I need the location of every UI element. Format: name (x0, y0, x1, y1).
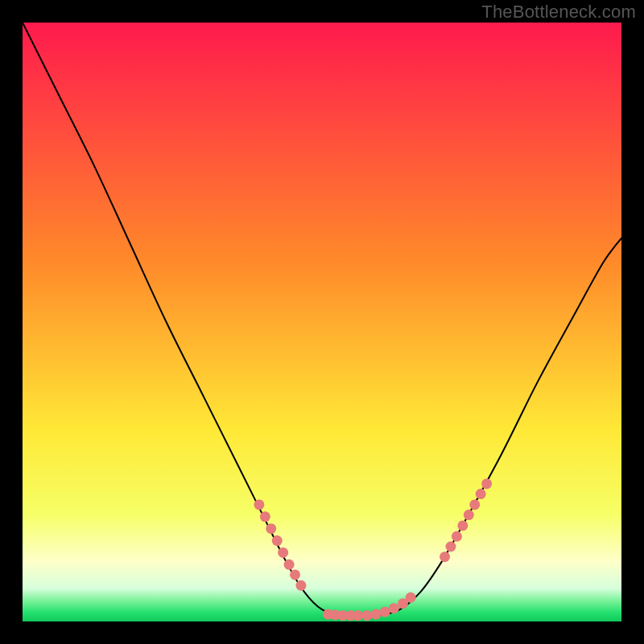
highlight-dot (278, 547, 288, 558)
highlight-dot (464, 510, 474, 520)
highlight-dot (290, 569, 300, 580)
highlight-dot (452, 531, 462, 542)
highlight-dot (389, 603, 399, 613)
highlight-dot (284, 559, 295, 570)
chart-canvas (23, 23, 621, 621)
chart-svg (23, 23, 621, 621)
highlight-dot (272, 535, 283, 546)
highlight-dot (266, 523, 276, 534)
highlight-dot (260, 511, 270, 522)
chart-frame: TheBottleneck.com (0, 0, 644, 644)
highlight-dot (370, 609, 381, 620)
highlight-dot (295, 580, 306, 591)
highlight-dot (380, 607, 390, 617)
highlight-dot (254, 499, 264, 510)
highlight-dot (361, 610, 372, 621)
highlight-dot (406, 592, 416, 603)
highlight-dot (481, 478, 492, 489)
highlight-dot (457, 520, 468, 530)
watermark-text: TheBottleneck.com (481, 2, 636, 23)
highlight-dot (440, 551, 450, 562)
gradient-background (23, 23, 621, 621)
highlight-dot (476, 489, 486, 499)
highlight-dot (353, 610, 363, 621)
highlight-dot (445, 542, 456, 552)
highlight-dot (469, 499, 480, 510)
